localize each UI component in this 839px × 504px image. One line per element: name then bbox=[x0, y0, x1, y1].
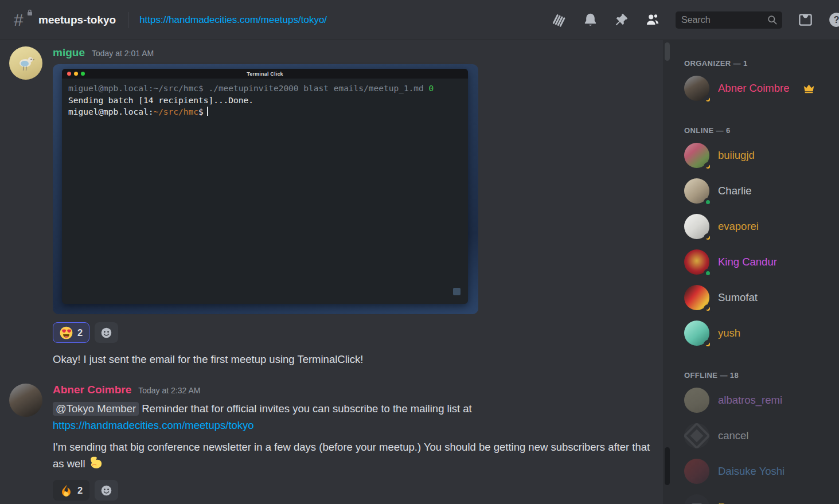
pinned-messages-icon[interactable] bbox=[614, 12, 629, 28]
idle-status-icon bbox=[704, 340, 712, 349]
section-online: ONLINE — 6 bbox=[684, 126, 832, 135]
avatar-migue[interactable] bbox=[9, 46, 42, 80]
author-name[interactable]: Abner Coimbre bbox=[53, 384, 131, 396]
channel-name: meetups-tokyo bbox=[38, 14, 116, 26]
message-abner: Abner Coimbre Today at 2:32 AM @Tokyo Me… bbox=[9, 384, 663, 501]
terminal-exit-status: 0 bbox=[429, 84, 434, 93]
reaction-count: 2 bbox=[77, 485, 83, 496]
chat-area: migue Today at 2:01 AM Terminal Click bbox=[0, 40, 672, 504]
idle-status-icon bbox=[704, 233, 712, 242]
terminal-title: Terminal Click bbox=[62, 71, 468, 77]
threads-icon[interactable] bbox=[552, 12, 567, 28]
idle-status-icon bbox=[704, 304, 712, 313]
reactions-row: 2 bbox=[53, 480, 663, 501]
role-mention[interactable]: @Tokyo Member bbox=[53, 402, 139, 416]
member-row-albatros-remi[interactable]: albatros_remi bbox=[684, 388, 832, 413]
channel-topic-link[interactable]: https://handmadecities.com/meetups/tokyo… bbox=[139, 14, 327, 26]
reaction-count: 2 bbox=[77, 327, 83, 338]
search-input[interactable] bbox=[681, 15, 767, 25]
heart-eyes-emoji bbox=[60, 326, 73, 339]
terminal-titlebar: Terminal Click bbox=[62, 69, 468, 79]
idle-status-icon bbox=[704, 95, 712, 104]
member-row-sumofat[interactable]: Sumofat bbox=[684, 285, 832, 310]
message-link[interactable]: https://handmadecities.com/meetups/tokyo bbox=[53, 419, 254, 431]
terminal-screenshot-embed[interactable]: Terminal Click miguel@mpb.local:~/src/hm… bbox=[53, 64, 478, 314]
lock-icon bbox=[26, 9, 33, 16]
scrollbar-cap bbox=[665, 42, 670, 61]
member-row-daisuke-yoshi[interactable]: Daisuke Yoshi bbox=[684, 459, 832, 484]
message-text: I'm sending that big conference newslett… bbox=[53, 439, 661, 472]
member-row-yush[interactable]: yush bbox=[684, 321, 832, 346]
reaction-fire[interactable]: 2 bbox=[53, 480, 89, 501]
topbar-divider bbox=[128, 12, 129, 28]
section-organizer: ORGANIZER — 1 bbox=[684, 59, 832, 68]
avatar bbox=[684, 76, 709, 101]
channel-hash-lock-icon: # bbox=[14, 10, 31, 30]
help-icon[interactable]: ? bbox=[829, 12, 839, 28]
terminal-window: Terminal Click miguel@mpb.local:~/src/hm… bbox=[62, 69, 468, 304]
terminal-grip-badge bbox=[453, 288, 461, 295]
message-timestamp: Today at 2:32 AM bbox=[138, 386, 200, 395]
channel-header: # meetups-tokyo https://handmadecities.c… bbox=[0, 0, 839, 40]
author-name[interactable]: migue bbox=[53, 46, 85, 59]
member-row-abner[interactable]: Abner Coimbre bbox=[684, 76, 832, 101]
reactions-row: 2 bbox=[53, 322, 663, 343]
section-offline: OFFLINE — 18 bbox=[684, 371, 832, 380]
chat-scrollbar[interactable] bbox=[663, 40, 672, 504]
terminal-line1: miguel@mpb.local:~/src/hmc$ ./meetupinvi… bbox=[68, 84, 429, 93]
message-text: Okay! I just sent the email for the firs… bbox=[53, 351, 661, 368]
terminal-output: miguel@mpb.local:~/src/hmc$ ./meetupinvi… bbox=[62, 79, 468, 122]
terminal-cursor bbox=[207, 107, 208, 116]
owner-crown-icon bbox=[803, 83, 815, 93]
member-row-partial[interactable]: D bbox=[684, 494, 832, 504]
message-text: @Tokyo Member Reminder that for official… bbox=[53, 400, 661, 433]
add-reaction-button[interactable] bbox=[95, 480, 118, 501]
fire-emoji bbox=[60, 484, 73, 497]
inbox-icon[interactable] bbox=[798, 12, 813, 28]
member-row-cancel[interactable]: cancel bbox=[684, 423, 832, 448]
message-timestamp: Today at 2:01 AM bbox=[92, 49, 154, 58]
add-reaction-icon bbox=[100, 327, 112, 339]
message-migue: migue Today at 2:01 AM Terminal Click bbox=[9, 46, 663, 368]
member-list-toggle-icon[interactable] bbox=[645, 12, 660, 28]
member-row-charlie[interactable]: Charlie bbox=[684, 178, 832, 204]
member-row-king-candur[interactable]: King Candur bbox=[684, 249, 832, 275]
add-reaction-button[interactable] bbox=[95, 322, 118, 343]
bird-illustration bbox=[16, 54, 36, 72]
svg-text:?: ? bbox=[834, 15, 839, 25]
search-icon bbox=[767, 14, 778, 25]
scrollbar-thumb[interactable] bbox=[665, 447, 670, 485]
reaction-heart-eyes[interactable]: 2 bbox=[53, 322, 89, 343]
avatar-abner[interactable] bbox=[9, 384, 42, 417]
notifications-bell-icon[interactable] bbox=[583, 12, 598, 28]
online-status-icon bbox=[704, 269, 712, 278]
search-bar[interactable] bbox=[676, 11, 782, 29]
member-row-evaporei[interactable]: evaporei bbox=[684, 214, 832, 239]
flex-biceps-emoji bbox=[88, 455, 103, 471]
online-status-icon bbox=[704, 198, 712, 206]
add-reaction-icon bbox=[100, 485, 112, 497]
member-row-buiiugjd[interactable]: buiiugjd bbox=[684, 143, 832, 168]
idle-status-icon bbox=[704, 162, 712, 171]
terminal-line2: Sending batch [14 recipients]...Done. bbox=[68, 96, 253, 105]
member-list: ORGANIZER — 1 Abner Coimbre ONLINE — 6 b… bbox=[672, 40, 839, 504]
